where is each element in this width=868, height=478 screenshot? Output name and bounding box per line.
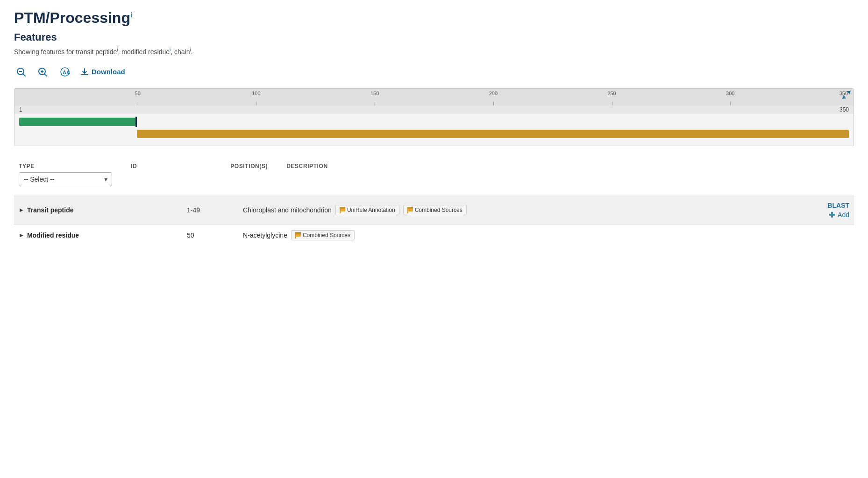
track-row-1 <box>19 117 849 127</box>
add-label: Add <box>838 211 849 218</box>
feature-id-cell-2 <box>135 224 182 246</box>
feature-position-cell: 1-49 <box>182 196 238 224</box>
svg-text:AA: AA <box>63 70 70 75</box>
flag-icon <box>340 207 345 213</box>
page-title: PTM/Processingi <box>14 9 854 27</box>
expand-button[interactable] <box>842 91 851 101</box>
feature-description-cell: Chloroplast and mitochondrion UniRule An… <box>238 196 798 224</box>
seq-end: 350 <box>840 106 849 113</box>
svg-rect-17 <box>408 209 413 211</box>
type-col-label: TYPE <box>19 163 112 169</box>
feature-description: Chloroplast and mitochondrion UniRule An… <box>243 205 793 215</box>
aa-button[interactable]: AA <box>57 65 73 79</box>
page-title-sup: i <box>130 11 132 19</box>
chain-sup: i <box>190 47 191 52</box>
description-col-label: DESCRIPTION <box>286 163 328 169</box>
svg-rect-13 <box>341 209 345 211</box>
transit-sup: i <box>117 47 118 52</box>
combined-sources-label-1: Combined Sources <box>415 207 462 213</box>
filter-section: TYPE -- Select -- ▾ ID POSITION(S) DESCR… <box>14 155 854 191</box>
track-transit-peptide[interactable] <box>19 118 135 126</box>
section-title: Features <box>14 31 854 43</box>
track-row-2 <box>19 129 849 139</box>
feature-desc-text: Chloroplast and mitochondrion <box>243 206 332 214</box>
blast-button[interactable]: BLAST <box>827 202 849 209</box>
toggle-button-transit[interactable]: ► <box>19 207 24 213</box>
combined-sources-label-2: Combined Sources <box>303 232 350 239</box>
feature-tracks <box>14 114 854 146</box>
download-label: Download <box>92 68 125 76</box>
flag-icon-2 <box>407 207 413 213</box>
feature-description-cell-2: N-acetylglycine Combined Sources <box>238 224 798 246</box>
select-wrapper: -- Select -- ▾ <box>19 172 112 186</box>
svg-rect-11 <box>340 211 341 213</box>
feature-type-label-2: Modified residue <box>27 232 79 239</box>
page-container: PTM/Processingi Features Showing feature… <box>0 0 868 255</box>
ruler-tick-250: 250 <box>607 91 616 96</box>
subtitle: Showing features for transit peptidei, m… <box>14 47 854 56</box>
feature-type-cell-2: ► Modified residue <box>14 224 135 246</box>
filter-type-col: TYPE -- Select -- ▾ <box>19 163 112 186</box>
combined-sources-badge-1[interactable]: Combined Sources <box>403 205 467 215</box>
unirule-badge[interactable]: UniRule Annotation <box>335 205 399 215</box>
sequence-viewer: 50 100 150 200 250 300 350 1 350 <box>14 88 854 146</box>
ruler-tick-150: 150 <box>370 91 379 96</box>
feature-action-cell: BLAST Add <box>798 196 854 224</box>
filter-position-col: POSITION(S) <box>230 163 268 169</box>
feature-position-2: 50 <box>187 232 194 239</box>
id-col-label: ID <box>131 163 137 169</box>
svg-rect-16 <box>408 207 413 209</box>
feature-position-cell-2: 50 <box>182 224 238 246</box>
position-col-label: POSITION(S) <box>230 163 268 169</box>
svg-rect-12 <box>341 207 345 209</box>
ruler: 50 100 150 200 250 300 350 <box>14 89 854 105</box>
feature-desc-text-2: N-acetylglycine <box>243 232 287 239</box>
combined-sources-badge-2[interactable]: Combined Sources <box>291 230 355 240</box>
svg-line-6 <box>45 74 47 76</box>
feature-description-2: N-acetylglycine Combined Sources <box>243 230 793 240</box>
svg-line-2 <box>23 74 26 76</box>
sequence-labels: 1 350 <box>14 105 854 114</box>
toggle-button-modified[interactable]: ► <box>19 232 24 239</box>
type-select[interactable]: -- Select -- <box>19 172 112 186</box>
feature-position: 1-49 <box>187 206 200 214</box>
page-title-text: PTM/Processing <box>14 9 130 26</box>
svg-rect-20 <box>296 232 301 234</box>
modified-sup: i <box>170 47 171 52</box>
feature-action-cell-2 <box>798 224 854 246</box>
track-chain[interactable] <box>137 130 849 138</box>
feature-type-cell: ► Transit peptide <box>14 196 135 224</box>
table-row: ► Transit peptide 1-49 Chloroplast and m… <box>14 196 854 224</box>
svg-rect-21 <box>296 234 301 237</box>
table-row: ► Modified residue 50 N-acetylglycine <box>14 224 854 246</box>
ruler-tick-50: 50 <box>135 91 141 96</box>
seq-start: 1 <box>19 106 22 113</box>
ruler-tick-200: 200 <box>489 91 498 96</box>
feature-type-label: Transit peptide <box>27 206 74 214</box>
add-button[interactable]: Add <box>828 211 849 218</box>
flag-icon-3 <box>295 232 301 239</box>
toolbar: AA Download <box>14 65 854 79</box>
unirule-badge-label: UniRule Annotation <box>347 207 395 213</box>
filter-id-col: ID <box>131 163 137 169</box>
ruler-tick-300: 300 <box>726 91 734 96</box>
download-button[interactable]: Download <box>80 68 125 76</box>
filter-description-col: DESCRIPTION <box>286 163 328 169</box>
svg-rect-15 <box>407 211 408 213</box>
features-table: ► Transit peptide 1-49 Chloroplast and m… <box>14 196 854 246</box>
svg-rect-19 <box>295 237 296 239</box>
track-marker <box>135 117 137 127</box>
zoom-in-button[interactable] <box>36 65 50 79</box>
add-icon <box>828 211 836 218</box>
ruler-tick-100: 100 <box>252 91 260 96</box>
feature-id-cell <box>135 196 182 224</box>
zoom-out-button[interactable] <box>14 65 28 79</box>
